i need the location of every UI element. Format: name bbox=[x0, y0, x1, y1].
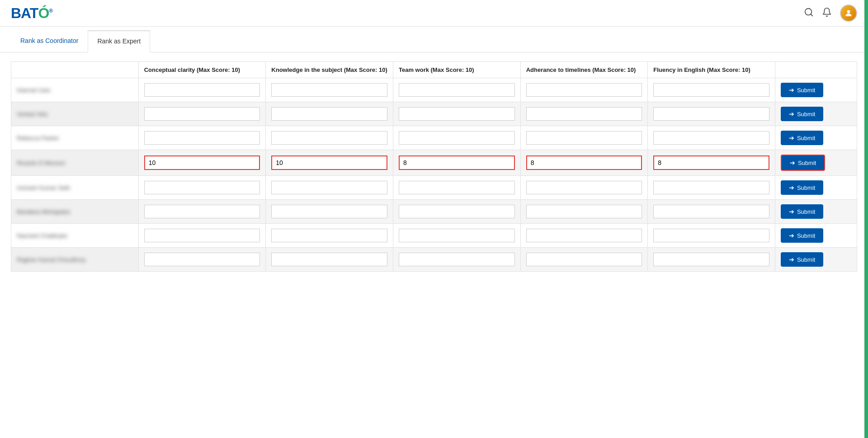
submit-button[interactable]: ➔Submit bbox=[781, 83, 823, 97]
cell-knowledge bbox=[266, 200, 393, 224]
user-name: Venkat Velu bbox=[17, 111, 48, 118]
input-fluency[interactable] bbox=[653, 205, 769, 218]
col-header-adherance: Adherance to timelines (Max Score: 10) bbox=[520, 62, 648, 78]
submit-label: Submit bbox=[797, 111, 815, 118]
cell-fluency bbox=[648, 102, 775, 126]
input-fluency[interactable] bbox=[653, 83, 769, 97]
tab-expert[interactable]: Rank as Expert bbox=[88, 30, 150, 52]
input-knowledge[interactable] bbox=[271, 205, 387, 218]
cell-fluency bbox=[648, 176, 775, 200]
arrow-right-icon: ➔ bbox=[789, 256, 794, 263]
submit-button[interactable]: ➔Submit bbox=[781, 107, 823, 121]
cell-action: ➔Submit bbox=[775, 126, 857, 150]
user-name: Internet User bbox=[17, 87, 51, 94]
cell-name: Avinash Kumar Seth bbox=[11, 176, 139, 200]
input-teamwork[interactable] bbox=[399, 181, 515, 194]
col-header-conceptual: Conceptual clarity (Max Score: 10) bbox=[138, 62, 266, 78]
input-teamwork[interactable] bbox=[399, 107, 515, 121]
cell-action: ➔Submit bbox=[775, 248, 857, 272]
input-adherance[interactable] bbox=[526, 205, 642, 218]
cell-action: ➔Submit bbox=[775, 176, 857, 200]
table-row: Ricardo D Monson➔Submit bbox=[11, 150, 857, 176]
cell-teamwork bbox=[393, 78, 520, 102]
input-conceptual[interactable] bbox=[144, 107, 260, 121]
col-header-name bbox=[11, 62, 139, 78]
input-conceptual[interactable] bbox=[144, 155, 260, 170]
submit-button[interactable]: ➔Submit bbox=[781, 204, 823, 219]
submit-button[interactable]: ➔Submit bbox=[781, 131, 823, 145]
input-fluency[interactable] bbox=[653, 155, 769, 170]
cell-name: Ricardo D Monson bbox=[11, 150, 139, 176]
arrow-right-icon: ➔ bbox=[789, 232, 794, 239]
submit-button[interactable]: ➔Submit bbox=[781, 252, 823, 267]
input-teamwork[interactable] bbox=[399, 155, 515, 170]
user-name: Avinash Kumar Seth bbox=[17, 184, 70, 191]
input-conceptual[interactable] bbox=[144, 181, 260, 194]
input-fluency[interactable] bbox=[653, 181, 769, 194]
input-knowledge[interactable] bbox=[271, 107, 387, 121]
table-row: Venkat Velu➔Submit bbox=[11, 102, 857, 126]
cell-conceptual bbox=[138, 248, 266, 272]
cell-name: Internet User bbox=[11, 78, 139, 102]
input-adherance[interactable] bbox=[526, 229, 642, 242]
cell-action: ➔Submit bbox=[775, 200, 857, 224]
submit-label: Submit bbox=[797, 208, 815, 215]
cell-teamwork bbox=[393, 126, 520, 150]
arrow-right-icon: ➔ bbox=[789, 208, 794, 215]
input-conceptual[interactable] bbox=[144, 205, 260, 218]
input-knowledge[interactable] bbox=[271, 181, 387, 194]
input-teamwork[interactable] bbox=[399, 253, 515, 266]
cell-knowledge bbox=[266, 176, 393, 200]
submit-button[interactable]: ➔Submit bbox=[781, 228, 823, 243]
user-name: Ricardo D Monson bbox=[17, 160, 66, 166]
input-knowledge[interactable] bbox=[271, 155, 387, 170]
input-adherance[interactable] bbox=[526, 107, 642, 121]
cell-teamwork bbox=[393, 176, 520, 200]
table-row: Raghav Kamal Choudhury➔Submit bbox=[11, 248, 857, 272]
input-knowledge[interactable] bbox=[271, 229, 387, 242]
arrow-right-icon: ➔ bbox=[789, 184, 794, 191]
user-name: Bandana Mohapatra bbox=[17, 208, 70, 215]
cell-conceptual bbox=[138, 224, 266, 248]
submit-label: Submit bbox=[797, 184, 815, 191]
cell-fluency bbox=[648, 150, 775, 176]
input-fluency[interactable] bbox=[653, 131, 769, 145]
submit-label: Submit bbox=[797, 256, 815, 263]
cell-name: Rebecca Parker bbox=[11, 126, 139, 150]
submit-label: Submit bbox=[797, 232, 815, 239]
search-icon[interactable] bbox=[804, 7, 814, 19]
submit-button[interactable]: ➔Submit bbox=[781, 180, 823, 195]
arrow-right-icon: ➔ bbox=[790, 159, 795, 166]
header-icons bbox=[804, 5, 857, 22]
input-conceptual[interactable] bbox=[144, 253, 260, 266]
input-adherance[interactable] bbox=[526, 253, 642, 266]
input-adherance[interactable] bbox=[526, 155, 642, 170]
avatar[interactable] bbox=[840, 5, 857, 22]
cell-fluency bbox=[648, 126, 775, 150]
input-adherance[interactable] bbox=[526, 83, 642, 97]
input-fluency[interactable] bbox=[653, 253, 769, 266]
input-adherance[interactable] bbox=[526, 181, 642, 194]
cell-adherance bbox=[520, 150, 648, 176]
user-name: Rebecca Parker bbox=[17, 135, 59, 141]
cell-teamwork bbox=[393, 102, 520, 126]
input-conceptual[interactable] bbox=[144, 131, 260, 145]
input-knowledge[interactable] bbox=[271, 131, 387, 145]
input-knowledge[interactable] bbox=[271, 253, 387, 266]
col-header-fluency: Fluency in English (Max Score: 10) bbox=[648, 62, 775, 78]
input-teamwork[interactable] bbox=[399, 229, 515, 242]
input-fluency[interactable] bbox=[653, 229, 769, 242]
input-teamwork[interactable] bbox=[399, 83, 515, 97]
input-adherance[interactable] bbox=[526, 131, 642, 145]
input-conceptual[interactable] bbox=[144, 83, 260, 97]
tab-coordinator[interactable]: Rank as Coordinator bbox=[11, 30, 88, 52]
input-fluency[interactable] bbox=[653, 107, 769, 121]
input-knowledge[interactable] bbox=[271, 83, 387, 97]
user-name: Navneet Chatterjee bbox=[17, 232, 67, 239]
input-teamwork[interactable] bbox=[399, 131, 515, 145]
input-conceptual[interactable] bbox=[144, 229, 260, 242]
notification-icon[interactable] bbox=[822, 7, 832, 19]
input-teamwork[interactable] bbox=[399, 205, 515, 218]
submit-button[interactable]: ➔Submit bbox=[781, 155, 825, 171]
table-header-row: Conceptual clarity (Max Score: 10) Knowl… bbox=[11, 62, 857, 78]
